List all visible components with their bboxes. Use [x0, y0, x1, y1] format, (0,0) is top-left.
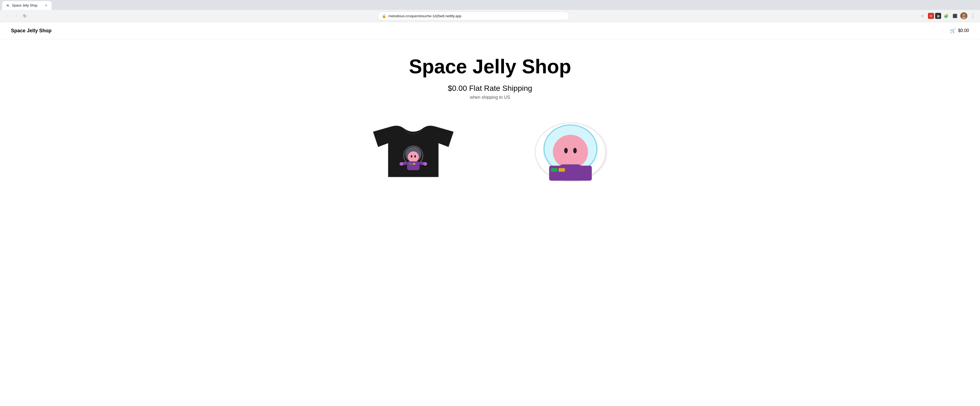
cart-area[interactable]: 🛒 $0.00 — [950, 28, 969, 34]
tshirt-image — [348, 122, 479, 182]
svg-point-18 — [553, 135, 588, 169]
svg-rect-10 — [413, 163, 415, 165]
reload-button[interactable]: ↻ — [21, 12, 29, 20]
cart-total: $0.00 — [958, 28, 969, 33]
tab-close-button[interactable]: ✕ — [44, 3, 48, 8]
svg-point-1 — [963, 14, 965, 16]
svg-rect-24 — [549, 166, 592, 181]
shipping-headline: $0.00 Flat Rate Shipping — [5, 84, 975, 93]
svg-point-14 — [423, 162, 427, 166]
extensions-area: U ▦ 🧩 ⬛ — [928, 12, 959, 20]
tab-favicon: 🛸 — [5, 3, 10, 8]
browser-toolbar: ← → ↻ 🔒 melodious-croquembouche-1d2be8.n… — [0, 10, 980, 22]
svg-point-13 — [399, 162, 404, 166]
svg-rect-9 — [409, 163, 412, 165]
svg-point-20 — [573, 148, 577, 154]
tab-bar: 🛸 Space Jelly Shop ✕ — [0, 0, 980, 10]
page-content: Space Jelly Shop 🛒 $0.00 Space Jelly Sho… — [0, 22, 980, 182]
tshirt-graphic — [373, 126, 453, 177]
sticker-graphic — [535, 123, 606, 181]
extension-ublock-icon[interactable]: U — [928, 13, 934, 19]
svg-rect-26 — [559, 168, 565, 172]
hero-section: Space Jelly Shop $0.00 Flat Rate Shippin… — [0, 40, 980, 111]
active-tab[interactable]: 🛸 Space Jelly Shop ✕ — [2, 1, 51, 10]
svg-point-5 — [408, 151, 419, 162]
lock-icon: 🔒 — [382, 14, 386, 18]
nav-buttons: ← → ↻ — [3, 12, 29, 20]
url-text: melodious-croquembouche-1d2be8.netlify.a… — [388, 14, 565, 18]
back-button[interactable]: ← — [3, 12, 11, 20]
svg-point-19 — [564, 148, 568, 154]
product-card-tshirt[interactable] — [345, 122, 482, 182]
split-screen-button[interactable]: ⬛ — [951, 12, 959, 20]
site-header: Space Jelly Shop 🛒 $0.00 — [0, 22, 980, 40]
sticker-image — [520, 122, 613, 182]
products-section — [0, 111, 980, 182]
address-bar[interactable]: 🔒 melodious-croquembouche-1d2be8.netlify… — [378, 11, 570, 20]
hero-title: Space Jelly Shop — [5, 56, 975, 78]
forward-button[interactable]: → — [12, 12, 20, 20]
extensions-puzzle-button[interactable]: 🧩 — [942, 12, 950, 20]
toolbar-right: ☆ U ▦ 🧩 ⬛ ⋮ — [919, 12, 977, 20]
shipping-subtext: when shipping to US — [5, 95, 975, 100]
more-options-button[interactable]: ⋮ — [969, 12, 977, 20]
product-card-sticker[interactable] — [498, 122, 635, 182]
cart-icon: 🛒 — [950, 28, 956, 34]
svg-point-6 — [411, 155, 412, 158]
svg-point-7 — [414, 155, 416, 158]
bookmark-star-button[interactable]: ☆ — [919, 12, 926, 20]
extension-dark-icon[interactable]: ▦ — [935, 13, 941, 19]
profile-avatar[interactable] — [960, 12, 967, 19]
svg-rect-25 — [551, 168, 557, 172]
tab-title: Space Jelly Shop — [12, 3, 41, 7]
svg-rect-8 — [407, 162, 420, 170]
site-logo[interactable]: Space Jelly Shop — [11, 28, 51, 34]
browser-chrome: 🛸 Space Jelly Shop ✕ ← → ↻ 🔒 melodious-c… — [0, 0, 980, 22]
